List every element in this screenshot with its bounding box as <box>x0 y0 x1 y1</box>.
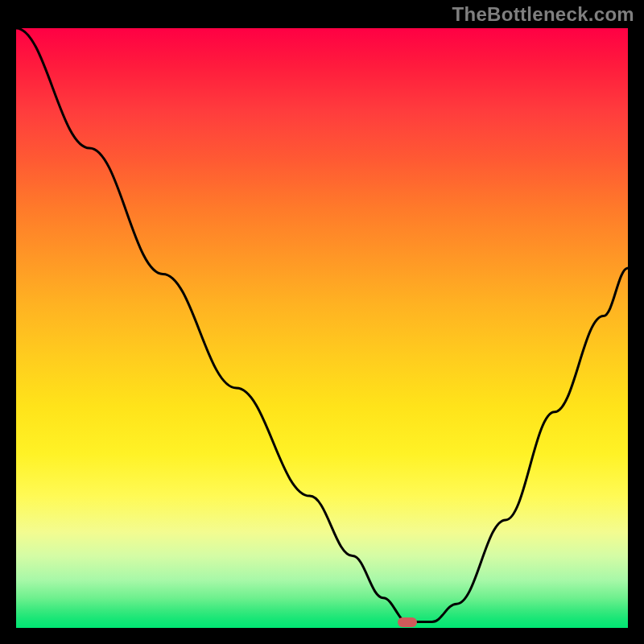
plot-area <box>16 28 628 628</box>
chart-frame: TheBottleneck.com <box>0 0 644 644</box>
attribution-label: TheBottleneck.com <box>452 3 634 26</box>
optimal-marker <box>398 617 417 627</box>
bottleneck-curve <box>16 28 628 628</box>
